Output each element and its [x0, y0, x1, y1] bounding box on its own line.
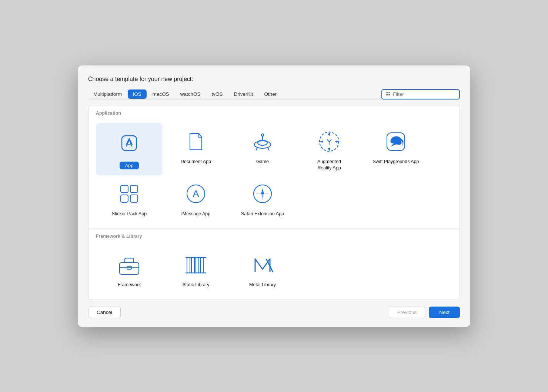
- metal-library-icon: [250, 254, 275, 276]
- svg-rect-35: [187, 257, 190, 273]
- sticker-pack-label: Sticker Pack App: [112, 211, 147, 217]
- static-library-icon-wrapper: [183, 251, 209, 278]
- template-item-static-library[interactable]: Static Library: [163, 246, 229, 292]
- filter-box[interactable]: ☷: [381, 89, 460, 99]
- svg-marker-10: [328, 132, 330, 135]
- ar-app-label: AugmentedReality App: [317, 159, 341, 172]
- svg-line-7: [268, 148, 269, 151]
- imessage-label: iMessage App: [181, 211, 211, 217]
- tab-bar: Multiplatform iOS macOS watchOS tvOS Dri…: [88, 89, 381, 99]
- tab-driverkit[interactable]: DriverKit: [229, 89, 258, 99]
- tabs-row: Multiplatform iOS macOS watchOS tvOS Dri…: [88, 89, 460, 100]
- content-area: Application A App: [88, 105, 460, 300]
- template-item-swift-playgrounds[interactable]: Swift Playgrounds App: [362, 123, 429, 175]
- metal-library-icon-wrapper: [249, 251, 276, 278]
- document-app-icon-wrapper: [183, 128, 209, 155]
- framework-icon: [117, 254, 142, 276]
- svg-marker-31: [261, 194, 264, 199]
- tab-tvos[interactable]: tvOS: [207, 89, 228, 99]
- framework-grid: Framework Static Library: [88, 243, 460, 300]
- document-app-icon: [185, 131, 207, 153]
- svg-marker-14: [320, 141, 323, 143]
- game-label: Game: [256, 159, 269, 165]
- filter-icon: ☷: [386, 91, 391, 97]
- swift-playgrounds-icon-wrapper: [382, 128, 409, 155]
- application-grid: A App Document App: [88, 119, 460, 229]
- ar-app-icon: [317, 130, 341, 153]
- template-item-sticker-pack[interactable]: Sticker Pack App: [96, 175, 163, 221]
- svg-point-5: [261, 134, 264, 136]
- svg-rect-21: [121, 185, 128, 193]
- app-label: App: [120, 162, 138, 169]
- previous-button[interactable]: Previous: [389, 307, 425, 318]
- cancel-button[interactable]: Cancel: [88, 307, 121, 318]
- static-library-icon: [183, 254, 208, 276]
- template-item-framework[interactable]: Framework: [96, 246, 163, 292]
- dialog-title: Choose a template for your new project:: [88, 76, 460, 82]
- tab-multiplatform[interactable]: Multiplatform: [88, 89, 127, 99]
- filter-input[interactable]: [393, 91, 455, 97]
- swift-playgrounds-label: Swift Playgrounds App: [372, 159, 419, 165]
- document-app-label: Document App: [181, 159, 211, 165]
- svg-line-19: [329, 139, 331, 142]
- sticker-pack-icon: [118, 182, 141, 205]
- safari-ext-label: Safari Extension App: [241, 211, 284, 217]
- template-item-imessage[interactable]: A iMessage App: [163, 175, 229, 221]
- tab-macos[interactable]: macOS: [147, 89, 174, 99]
- framework-icon-wrapper: [116, 251, 143, 278]
- svg-rect-37: [196, 257, 199, 273]
- app-icon-wrapper: A: [114, 128, 144, 158]
- svg-rect-32: [120, 263, 139, 274]
- svg-marker-16: [336, 141, 339, 143]
- svg-rect-38: [200, 257, 203, 273]
- svg-rect-24: [130, 195, 138, 202]
- svg-rect-36: [191, 257, 194, 273]
- template-item-game[interactable]: Game: [229, 123, 296, 175]
- footer-right: Previous Next: [389, 307, 460, 318]
- safari-ext-icon-wrapper: [249, 180, 276, 207]
- next-button[interactable]: Next: [429, 307, 460, 318]
- svg-line-18: [327, 139, 329, 142]
- game-icon-wrapper: [249, 128, 276, 155]
- safari-ext-icon: [251, 182, 274, 205]
- app-icon: A: [120, 134, 139, 153]
- dialog: Choose a template for your new project: …: [78, 65, 470, 327]
- sticker-pack-icon-wrapper: [116, 180, 143, 207]
- svg-point-2: [254, 141, 271, 148]
- imessage-icon-wrapper: A: [183, 180, 209, 207]
- section-label-framework: Framework & Library: [88, 229, 460, 243]
- svg-marker-12: [328, 148, 330, 151]
- tab-other[interactable]: Other: [259, 89, 282, 99]
- tab-watchos[interactable]: watchOS: [175, 89, 206, 99]
- template-item-safari-ext[interactable]: Safari Extension App: [229, 175, 296, 221]
- tab-ios[interactable]: iOS: [128, 89, 147, 99]
- template-item-app[interactable]: A App: [96, 123, 163, 175]
- ar-app-icon-wrapper: [316, 128, 342, 155]
- footer: Cancel Previous Next: [88, 307, 460, 318]
- imessage-icon: A: [184, 182, 207, 205]
- template-item-document-app[interactable]: Document App: [163, 123, 229, 175]
- template-item-metal-library[interactable]: Metal Library: [229, 246, 296, 292]
- metal-library-label: Metal Library: [249, 282, 276, 288]
- framework-label: Framework: [118, 282, 141, 288]
- static-library-label: Static Library: [183, 282, 210, 288]
- svg-rect-22: [130, 185, 138, 193]
- template-item-ar-app[interactable]: AugmentedReality App: [296, 123, 362, 175]
- svg-line-6: [256, 148, 257, 151]
- swift-playgrounds-icon: [385, 131, 407, 153]
- svg-text:A: A: [193, 188, 199, 199]
- game-icon: [250, 131, 275, 153]
- section-label-application: Application: [88, 105, 460, 119]
- svg-rect-23: [121, 195, 128, 202]
- svg-marker-30: [261, 189, 264, 194]
